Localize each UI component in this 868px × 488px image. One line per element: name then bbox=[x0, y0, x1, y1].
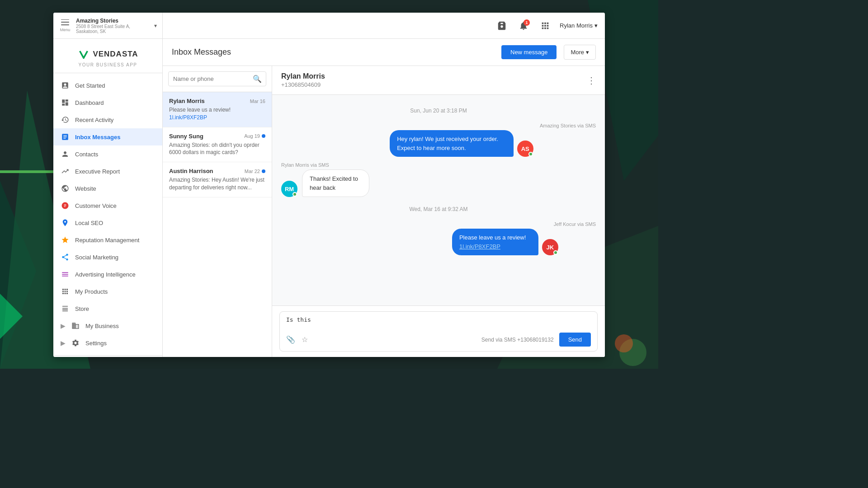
message-item-rylan[interactable]: Rylan Morris Mar 16 Please leave us a re… bbox=[163, 92, 272, 127]
menu-icon[interactable]: Menu bbox=[59, 19, 71, 32]
chat-area: Rylan Morris +13068504609 ⋮ Sun, Jun 20 … bbox=[272, 66, 605, 357]
sidebar-label-contacts: Contacts bbox=[75, 151, 98, 158]
chat-input[interactable]: Is this bbox=[286, 316, 591, 329]
star-icon[interactable]: ☆ bbox=[302, 335, 308, 344]
attachment-icon[interactable]: 📎 bbox=[286, 335, 295, 344]
chat-input-right: Send via SMS +13068019132 Send bbox=[481, 333, 591, 347]
msg-preview-sunny: Amazing Stories: oh didn't you oprder 60… bbox=[169, 141, 265, 157]
social-marketing-icon bbox=[61, 253, 70, 262]
executive-report-icon bbox=[61, 167, 70, 176]
search-input[interactable] bbox=[173, 75, 249, 82]
cart-icon[interactable] bbox=[495, 19, 509, 33]
sidebar-item-my-products[interactable]: My Products bbox=[53, 283, 162, 300]
unread-dot-sunny bbox=[262, 134, 265, 138]
website-icon bbox=[61, 184, 70, 193]
chat-contact-info: Rylan Morris +13068504609 bbox=[281, 72, 325, 88]
sidebar-logo: VENDASTA YOUR BUSINESS APP bbox=[53, 39, 162, 73]
sidebar-item-dashboard[interactable]: Dashboard bbox=[53, 94, 162, 111]
message-item-sunny[interactable]: Sunny Sung Aug 19 Amazing Stories: oh di… bbox=[163, 127, 272, 163]
search-input-wrap[interactable]: 🔍 bbox=[168, 71, 266, 86]
grid-apps-icon[interactable] bbox=[538, 19, 552, 33]
msg-date-rylan: Mar 16 bbox=[250, 99, 265, 104]
sidebar-label-store: Store bbox=[75, 305, 89, 312]
msg-sender-label-3: Jeff Kocur via SMS bbox=[554, 221, 596, 227]
sidebar-item-store[interactable]: Store bbox=[53, 300, 162, 317]
dashboard-icon bbox=[61, 98, 70, 107]
get-started-icon bbox=[61, 81, 70, 90]
message-items: Rylan Morris Mar 16 Please leave us a re… bbox=[163, 92, 272, 357]
content-area: Inbox Messages New message More ▾ 🔍 bbox=[163, 39, 605, 357]
bubble-2: Thanks! Excited to hear back bbox=[302, 169, 369, 197]
my-business-expand-icon: ▶ bbox=[61, 322, 66, 329]
sidebar-item-settings[interactable]: ▶ Settings bbox=[53, 334, 162, 352]
search-icon: 🔍 bbox=[253, 75, 262, 83]
svg-point-6 bbox=[619, 339, 646, 366]
sidebar-item-get-started[interactable]: Get Started bbox=[53, 77, 162, 94]
sidebar-label-my-products: My Products bbox=[75, 288, 108, 295]
inbox-messages-icon bbox=[61, 132, 70, 141]
chat-input-icons: 📎 ☆ bbox=[286, 335, 308, 344]
message-item-austin[interactable]: Austin Harrison Mar 22 Amazing Stories: … bbox=[163, 162, 272, 197]
msg-sender-label-2: Rylan Morris via SMS bbox=[281, 162, 329, 168]
new-message-button[interactable]: New message bbox=[501, 45, 557, 59]
sidebar-item-customer-voice[interactable]: Customer Voice bbox=[53, 197, 162, 214]
msg-sender-austin: Austin Harrison bbox=[169, 168, 213, 174]
bubble-1: Hey rylan! We just received your order. … bbox=[390, 130, 513, 157]
sidebar-item-reputation-management[interactable]: Reputation Management bbox=[53, 231, 162, 249]
chat-header: Rylan Morris +13068504609 ⋮ bbox=[272, 66, 605, 95]
customer-voice-icon bbox=[61, 201, 70, 210]
online-dot-jk bbox=[553, 250, 558, 255]
chat-input-footer: 📎 ☆ Send via SMS +13068019132 Send bbox=[286, 333, 591, 347]
svg-marker-1 bbox=[0, 181, 36, 369]
sidebar-item-my-business[interactable]: ▶ My Business bbox=[53, 317, 162, 334]
contacts-icon bbox=[61, 150, 70, 159]
content-title: Inbox Messages bbox=[172, 47, 494, 57]
date-divider-2: Wed, Mar 16 at 9:32 AM bbox=[281, 206, 596, 212]
advertising-intelligence-icon bbox=[61, 270, 70, 279]
chat-more-button[interactable]: ⋮ bbox=[587, 75, 596, 86]
sidebar-item-social-marketing[interactable]: Social Marketing bbox=[53, 249, 162, 266]
sidebar: VENDASTA YOUR BUSINESS APP Get Started bbox=[53, 39, 163, 357]
sidebar-item-contacts[interactable]: Contacts bbox=[53, 145, 162, 163]
send-button[interactable]: Send bbox=[559, 333, 591, 347]
sidebar-item-executive-report[interactable]: Executive Report bbox=[53, 163, 162, 180]
online-dot-as bbox=[528, 152, 533, 156]
chat-input-area: Is this 📎 ☆ Send via SMS +13068019132 Se… bbox=[272, 305, 605, 357]
sidebar-item-inbox-messages[interactable]: Inbox Messages bbox=[53, 128, 162, 145]
sidebar-bottom: V Vendasta Corporate Only Contact Rylan … bbox=[53, 355, 162, 357]
my-business-icon bbox=[71, 321, 80, 330]
sidebar-item-local-seo[interactable]: Local SEO bbox=[53, 214, 162, 231]
content-header: Inbox Messages New message More ▾ bbox=[163, 39, 605, 66]
sidebar-label-customer-voice: Customer Voice bbox=[75, 202, 117, 209]
settings-icon bbox=[71, 338, 80, 347]
online-dot-rm bbox=[292, 192, 297, 197]
bubble-3: Please leave us a review! 1l.ink/P8XF2BP bbox=[452, 229, 538, 255]
send-via-text: Send via SMS +13068019132 bbox=[481, 337, 554, 343]
svg-marker-8 bbox=[0, 294, 23, 339]
search-bar: 🔍 bbox=[163, 66, 272, 92]
business-name: Amazing Stories bbox=[76, 18, 152, 24]
more-button[interactable]: More ▾ bbox=[564, 45, 596, 60]
msg-sender-sunny: Sunny Sung bbox=[169, 133, 203, 140]
sidebar-label-inbox-messages: Inbox Messages bbox=[75, 134, 120, 141]
store-icon bbox=[61, 304, 70, 313]
sidebar-item-website[interactable]: Website bbox=[53, 180, 162, 197]
msg-sender-label-1: Amazing Stories via SMS bbox=[540, 123, 596, 128]
top-bar-left: Menu Amazing Stories 2508 8 Street East … bbox=[53, 13, 163, 38]
notification-badge: 1 bbox=[524, 19, 530, 26]
date-divider-1: Sun, Jun 20 at 3:18 PM bbox=[281, 108, 596, 114]
chat-contact-phone: +13068504609 bbox=[281, 81, 325, 88]
business-dropdown-arrow[interactable]: ▾ bbox=[154, 23, 157, 29]
avatar-as: AS bbox=[517, 141, 533, 157]
sidebar-item-advertising-intelligence[interactable]: Advertising Intelligence bbox=[53, 266, 162, 283]
sidebar-label-dashboard: Dashboard bbox=[75, 99, 104, 106]
notification-icon[interactable]: 1 bbox=[516, 19, 531, 33]
sidebar-nav: Get Started Dashboard Recent Activity bbox=[53, 73, 162, 355]
sidebar-item-recent-activity[interactable]: Recent Activity bbox=[53, 111, 162, 128]
msg-bubble-incoming-1: Rylan Morris via SMS RM Thanks! Excited … bbox=[281, 162, 596, 197]
logo-subtext: YOUR BUSINESS APP bbox=[79, 62, 137, 67]
avatar-rm: RM bbox=[281, 181, 297, 197]
user-name[interactable]: Rylan Morris ▾ bbox=[560, 22, 598, 29]
msg-sender-rylan: Rylan Morris bbox=[169, 98, 205, 104]
sidebar-label-executive-report: Executive Report bbox=[75, 168, 120, 175]
